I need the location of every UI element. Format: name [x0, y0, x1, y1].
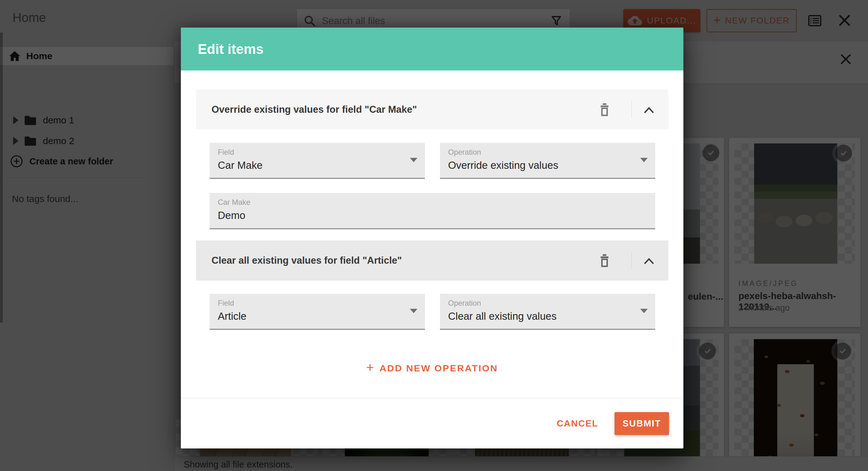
app-screen: Home UPLOAD... + NEW FOLDER: [0, 0, 868, 471]
delete-operation-icon[interactable]: [598, 253, 611, 268]
plus-icon: +: [366, 360, 374, 375]
divider: [631, 100, 632, 118]
field-select[interactable]: Field Car Make: [210, 143, 425, 179]
operation-title: Override existing values for field "Car …: [212, 104, 417, 115]
operation-select-label: Operation: [448, 299, 481, 307]
field-select[interactable]: Field Article: [210, 294, 425, 330]
field-select-label: Field: [218, 299, 234, 307]
operation-select-label: Operation: [448, 148, 481, 156]
add-operation-label: ADD NEW OPERATION: [379, 363, 498, 374]
operation-select[interactable]: Operation Override existing values: [440, 143, 655, 179]
cancel-button[interactable]: CANCEL: [557, 418, 598, 429]
field-select-value: Article: [218, 310, 247, 322]
dialog-title: Edit items: [198, 41, 264, 57]
add-operation-button[interactable]: + ADD NEW OPERATION: [181, 358, 683, 378]
field-select-label: Field: [218, 148, 234, 156]
value-input-label: Car Make: [218, 198, 250, 207]
dropdown-arrow-icon: [410, 309, 417, 313]
chevron-up-icon[interactable]: [642, 104, 656, 115]
operation-select-value: Clear all existing values: [448, 310, 557, 322]
value-input[interactable]: Car Make Demo: [210, 193, 655, 229]
value-input-text: Demo: [218, 209, 245, 222]
submit-button[interactable]: SUBMIT: [615, 412, 669, 435]
edit-items-dialog: Edit items Override existing values for …: [181, 28, 683, 448]
dialog-footer: CANCEL SUBMIT: [181, 399, 683, 448]
field-select-value: Car Make: [218, 159, 262, 171]
chevron-up-icon[interactable]: [642, 255, 656, 266]
divider: [631, 252, 632, 269]
scroll-indicator: [0, 33, 3, 323]
dialog-header: Edit items: [181, 28, 683, 70]
dropdown-arrow-icon: [410, 158, 417, 162]
operation-select-value: Override existing values: [448, 159, 558, 171]
dropdown-arrow-icon: [640, 158, 648, 162]
delete-operation-icon[interactable]: [598, 102, 611, 117]
dropdown-arrow-icon: [640, 309, 648, 313]
operation-title: Clear all existing values for field "Art…: [212, 255, 402, 266]
submit-label: SUBMIT: [622, 418, 661, 429]
operation-select[interactable]: Operation Clear all existing values: [440, 294, 655, 330]
operation-section-header: Override existing values for field "Car …: [196, 90, 669, 129]
operation-section-header: Clear all existing values for field "Art…: [196, 240, 669, 281]
